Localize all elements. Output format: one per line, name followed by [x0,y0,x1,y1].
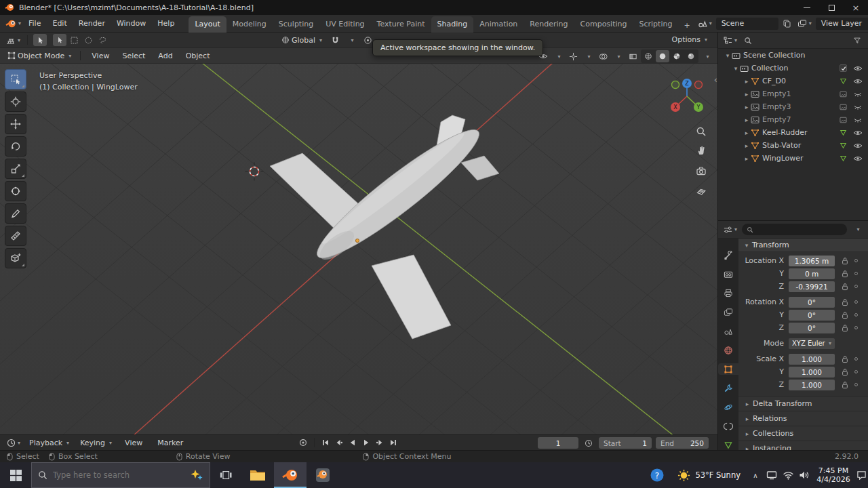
scale-tool[interactable] [5,159,26,179]
workspace-tab-layout[interactable]: Layout [189,16,226,33]
gizmos-dropdown[interactable]: ▾ [581,50,595,62]
taskbar-weather[interactable]: 53°F Sunny [671,469,747,482]
section-collections[interactable]: ▸Collections [738,426,868,441]
tab-view-layer[interactable] [718,306,738,318]
auto-keyframe-button[interactable] [297,436,309,448]
outliner-row-object[interactable]: ▸ Stab-Vator [718,139,868,152]
editor-type-button[interactable]: ▾ [4,35,22,45]
zoom-view-button[interactable] [693,123,709,140]
rotation-z-field[interactable]: 0° [789,323,835,333]
scene-browse-button[interactable]: ▾ [696,18,713,28]
tab-constraints[interactable] [718,420,738,432]
tray-volume-icon[interactable] [796,462,812,488]
keying-menu[interactable]: Keying▾ [77,437,115,449]
frame-end-field[interactable]: End250 [656,437,709,449]
tab-physics[interactable] [718,401,738,413]
tab-output[interactable] [718,287,738,299]
animate-dot[interactable] [854,300,858,304]
scene-name-field[interactable]: Scene [716,18,778,30]
outliner-row-object[interactable]: ▸ CF_D0 [718,75,868,87]
sidebar-collapse-arrow[interactable]: ‹ [714,75,717,85]
interaction-mode-dropdown[interactable]: Object Mode ▾ [4,50,75,62]
collection-checkbox[interactable] [840,64,847,72]
animate-dot[interactable] [854,259,858,262]
tab-object-data[interactable] [718,439,738,450]
rotation-x-field[interactable]: 0° [789,297,835,308]
gizmos-toggle-button[interactable] [566,50,580,62]
snap-settings-dropdown[interactable]: ▾ [344,34,358,46]
shading-wireframe-button[interactable] [642,50,655,62]
menu-file[interactable]: File [23,17,46,30]
outliner-row-object[interactable]: ▸ Empty1 [718,87,868,100]
outliner-row-collection[interactable]: ▾ Collection [718,62,868,75]
maximize-button[interactable] [819,0,844,15]
camera-view-button[interactable] [693,163,709,179]
close-button[interactable]: × [844,0,868,15]
outliner-row-object[interactable]: ▸ Keel-Rudder [718,126,868,139]
navigation-gizmo[interactable]: Z X Y [666,75,708,117]
location-y-field[interactable]: 0 m [789,268,835,279]
workspace-tab-compositing[interactable]: Compositing [574,16,633,33]
properties-search-input[interactable] [756,226,842,233]
outliner-row-scene-collection[interactable]: ▾ Scene Collection [718,49,868,62]
animate-dot[interactable] [854,272,858,275]
taskbar-clock[interactable]: 7:45 PM 4/4/2026 [812,466,854,484]
gizmo-neg-x-ball[interactable] [695,81,703,89]
outliner-row-object[interactable]: ▸ Empty7 [718,113,868,126]
eye-open-icon[interactable] [853,155,863,162]
xray-toggle-button[interactable] [626,50,639,62]
lock-icon[interactable] [840,381,850,389]
lock-icon[interactable] [840,270,850,278]
tab-world[interactable] [718,344,738,356]
transform-panel-header[interactable]: ▾ Transform [738,239,868,252]
eye-open-icon[interactable] [853,65,863,72]
timeline-view-menu[interactable]: View [119,436,148,449]
properties-editor-type-button[interactable]: ▾ [722,225,738,235]
start-button[interactable] [0,462,31,488]
scale-y-field[interactable]: 1.000 [789,367,835,378]
scale-z-field[interactable]: 1.000 [789,380,835,390]
animate-dot[interactable] [854,383,858,386]
gizmo-neg-y-ball[interactable] [672,81,679,89]
lock-icon[interactable] [840,311,850,319]
playback-menu[interactable]: Playback▾ [26,437,73,449]
select-box-tool[interactable] [5,69,26,89]
play-button[interactable] [360,436,372,448]
outliner-editor-type-button[interactable]: ▾ [722,36,738,45]
shading-solid-button[interactable] [656,50,669,62]
taskbar-app-2[interactable] [307,462,339,488]
add-cube-tool[interactable] [5,248,26,268]
active-tool-indicator[interactable] [33,34,47,46]
workspace-tab-scripting[interactable]: Scripting [633,16,678,33]
current-frame-field[interactable]: 1 [538,437,578,449]
eye-closed-icon[interactable] [853,117,863,123]
taskbar-file-explorer[interactable] [241,462,274,488]
outliner-row-object[interactable]: ▸ Empty3 [718,100,868,113]
help-bubble-button[interactable]: ? [644,462,671,488]
workspace-tab-rendering[interactable]: Rendering [524,16,574,33]
tab-object[interactable] [718,363,738,375]
outliner-search-button[interactable] [741,35,755,47]
animate-dot[interactable] [854,357,858,361]
menu-render[interactable]: Render [73,17,111,30]
tab-scene[interactable] [718,325,738,337]
snap-toggle-button[interactable] [328,34,342,46]
options-dropdown[interactable]: Options ▾ [669,34,711,45]
task-view-button[interactable] [210,462,241,488]
play-reverse-button[interactable] [347,436,359,448]
section-delta-transform[interactable]: ▸Delta Transform [738,396,868,411]
select-mode-tweak-button[interactable] [53,34,66,46]
select-mode-lasso-button[interactable] [96,34,109,46]
menu-edit[interactable]: Edit [47,17,72,30]
location-x-field[interactable]: 1.3065 m [789,256,835,266]
blender-menu-button[interactable]: ▾ [4,18,22,29]
properties-filter-dropdown[interactable]: ▾ [850,224,864,236]
minimize-button[interactable] [795,0,819,15]
taskbar-search-input[interactable] [53,470,184,480]
animate-dot[interactable] [854,285,858,288]
timeline-marker-menu[interactable]: Marker [152,436,189,449]
jump-to-start-button[interactable] [319,436,332,448]
eye-open-icon[interactable] [853,129,863,136]
next-keyframe-button[interactable] [374,436,386,448]
toggle-orthographic-button[interactable] [693,182,709,199]
